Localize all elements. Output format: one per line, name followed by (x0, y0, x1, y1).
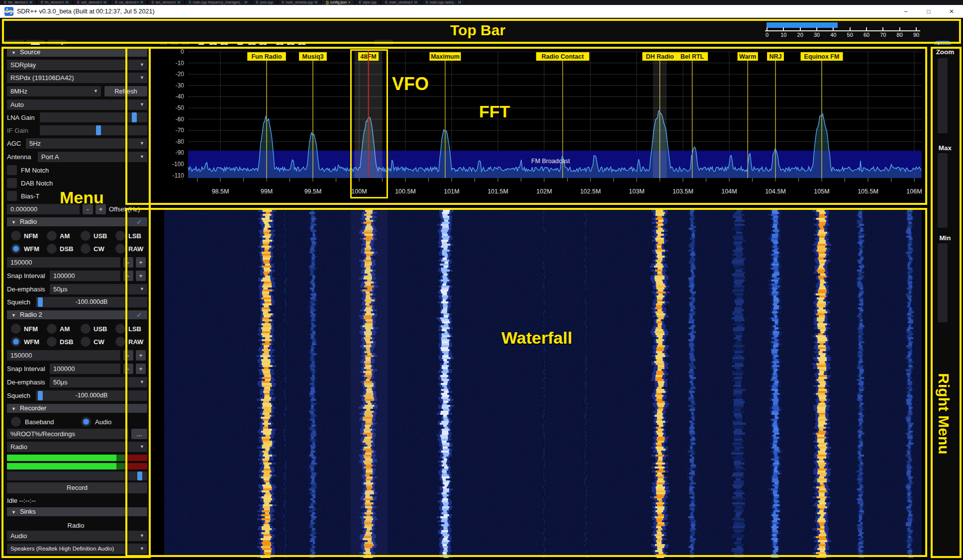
fft-plot[interactable]: 0-10-20-30-40-50-60-70-80-90-100-11098.5… (152, 45, 926, 214)
section-header-radio2[interactable]: ▼Radio 2✓ (7, 310, 147, 319)
fm-notch-checkbox[interactable] (7, 165, 17, 175)
editor-tab[interactable]: Ccw_demod.hM (111, 0, 148, 5)
section-header-radio[interactable]: ▼Radio✓ (7, 217, 147, 226)
lna-gain-slider[interactable] (40, 112, 147, 122)
browse-button[interactable]: ... (131, 429, 147, 439)
section-header-recorder[interactable]: ▼Recorder (7, 404, 147, 413)
mode-radio-am[interactable] (47, 231, 57, 241)
sink-type-select[interactable]: Audio▼ (7, 531, 147, 541)
waterfall-plot[interactable] (152, 208, 926, 560)
mode-radio-dsb[interactable] (47, 244, 57, 254)
radio1-bw-minus-button[interactable]: - (123, 257, 133, 268)
editor-tab[interactable]: Cmain_window.cppM (278, 0, 322, 5)
source-device-select[interactable]: RSPdx (191106DA42)▼ (7, 73, 147, 83)
section-header-source[interactable]: ▼Source (7, 48, 147, 57)
editor-tab[interactable]: Cusb_demod.hM (73, 0, 111, 5)
recordings-path-input[interactable]: %ROOT%/Recordings (7, 429, 128, 439)
offset-minus-button[interactable]: - (83, 204, 93, 214)
bias-t-checkbox[interactable] (7, 191, 17, 201)
editor-tab[interactable]: Cmain.cpp radio(...M (422, 0, 466, 5)
mode-radio-nfm[interactable] (11, 231, 21, 241)
enabled-check-icon[interactable]: ✓ (136, 217, 142, 226)
antenna-select[interactable]: Port A▼ (38, 152, 147, 162)
editor-tab[interactable]: Ccore.cpp (252, 0, 278, 5)
vfo2-band (653, 52, 667, 178)
radio2-bandwidth-input[interactable]: 150000 (7, 350, 120, 361)
minimize-button[interactable]: – (894, 5, 917, 18)
mode-radio-wfm[interactable] (11, 337, 21, 347)
radio2-snap-minus-button[interactable]: - (123, 364, 133, 374)
refresh-button[interactable]: Refresh (104, 86, 147, 96)
ruler-tick (816, 27, 817, 30)
station-label: Radio Contact (542, 53, 584, 60)
editor-tab[interactable]: Cmain.cpp frequency_manager(...M (185, 0, 252, 5)
mode-radio-usb[interactable] (81, 231, 91, 241)
radio2-bw-minus-button[interactable]: - (123, 350, 133, 361)
fft-freq-label: 105.5M (858, 188, 878, 195)
if-gain-handle[interactable] (96, 125, 101, 135)
radio1-squelch-slider[interactable]: -100.000dB (36, 297, 147, 307)
radio1-snap-minus-button[interactable]: - (123, 271, 133, 281)
mode-radio-usb[interactable] (81, 324, 91, 334)
mode-radio-nfm[interactable] (11, 324, 21, 334)
max-slider[interactable] (938, 153, 948, 228)
radio1-bw-plus-button[interactable]: + (136, 257, 146, 268)
source-driver-select[interactable]: SDRplay▼ (7, 60, 147, 70)
station-label: NRJ (769, 53, 781, 60)
modified-badge: M (178, 0, 181, 5)
zoom-slider-label: Zoom (927, 48, 963, 56)
offset-plus-button[interactable]: + (96, 204, 106, 214)
radio2-snap-plus-button[interactable]: + (136, 364, 146, 374)
editor-tab[interactable]: Clsb_demod.hM (0, 0, 37, 5)
editor-tab-strip[interactable]: Clsb_demod.hMCfm_demod.hMCusb_demod.hMCc… (0, 0, 963, 5)
mode-radio-lsb[interactable] (115, 231, 125, 241)
recorder-stream-select[interactable]: Radio▼ (7, 442, 147, 452)
radio1-deemphasis-select[interactable]: 50µs▼ (50, 284, 147, 294)
mode-radio-dsb[interactable] (47, 337, 57, 347)
if-gain-slider[interactable] (40, 125, 147, 135)
audio-radio[interactable] (81, 417, 91, 427)
agc-select[interactable]: 5Hz▼ (26, 138, 147, 149)
radio1-squelch-handle[interactable] (38, 297, 43, 307)
mode-radio-am[interactable] (47, 324, 57, 334)
editor-tab[interactable]: Cam_demod.hM (148, 0, 185, 5)
radio2-snap-input[interactable]: 100000 (50, 364, 120, 374)
recorder-volume-slider[interactable] (7, 471, 147, 480)
radio1-snap-plus-button[interactable]: + (136, 271, 146, 281)
tab-label: core.cpp (260, 0, 273, 5)
radio2-deemphasis-select[interactable]: 50µs▼ (50, 377, 147, 387)
radio2-squelch-slider[interactable]: -100.000dB (36, 390, 147, 401)
sink-device-select[interactable]: Speakers (Realtek High Definition Audio)… (7, 544, 147, 554)
offset-input[interactable]: 0.000000 (7, 204, 80, 214)
radio2-bw-plus-button[interactable]: + (136, 350, 146, 361)
enabled-check-icon[interactable]: ✓ (136, 310, 142, 319)
tab-label: config.json (330, 0, 347, 5)
mode-radio-cw[interactable] (81, 244, 91, 254)
close-button[interactable]: ✕ (940, 5, 963, 18)
chevron-down-icon: ▼ (140, 377, 144, 387)
zoom-slider[interactable] (938, 58, 948, 133)
mode-radio-raw[interactable] (115, 337, 125, 347)
radio1-snap-input[interactable]: 100000 (50, 271, 120, 281)
mode-radio-cw[interactable] (81, 337, 91, 347)
maximize-button[interactable]: □ (917, 5, 940, 18)
record-button[interactable]: Record (7, 482, 147, 493)
editor-tab[interactable]: {}config.json× (322, 0, 355, 5)
close-tab-icon[interactable]: × (348, 0, 350, 5)
baseband-radio[interactable] (11, 417, 21, 427)
editor-tab[interactable]: Cstyle.cpp (355, 0, 381, 5)
recorder-volume-handle[interactable] (137, 471, 142, 480)
section-header-sinks[interactable]: ▼Sinks (7, 507, 147, 516)
editor-tab[interactable]: Cmain_window.hM (381, 0, 422, 5)
radio2-squelch-handle[interactable] (38, 391, 43, 400)
lna-gain-handle[interactable] (132, 112, 137, 122)
dab-notch-checkbox[interactable] (7, 178, 17, 188)
mode-radio-raw[interactable] (115, 244, 125, 254)
editor-tab[interactable]: Cfm_demod.hM (37, 0, 73, 5)
mode-radio-wfm[interactable] (11, 244, 21, 254)
gain-mode-select[interactable]: Auto▼ (7, 99, 147, 110)
mode-radio-lsb[interactable] (115, 324, 125, 334)
min-slider[interactable] (938, 243, 948, 322)
radio1-bandwidth-input[interactable]: 150000 (7, 257, 120, 268)
source-bandwidth-select[interactable]: 8MHz▼ (7, 86, 101, 96)
